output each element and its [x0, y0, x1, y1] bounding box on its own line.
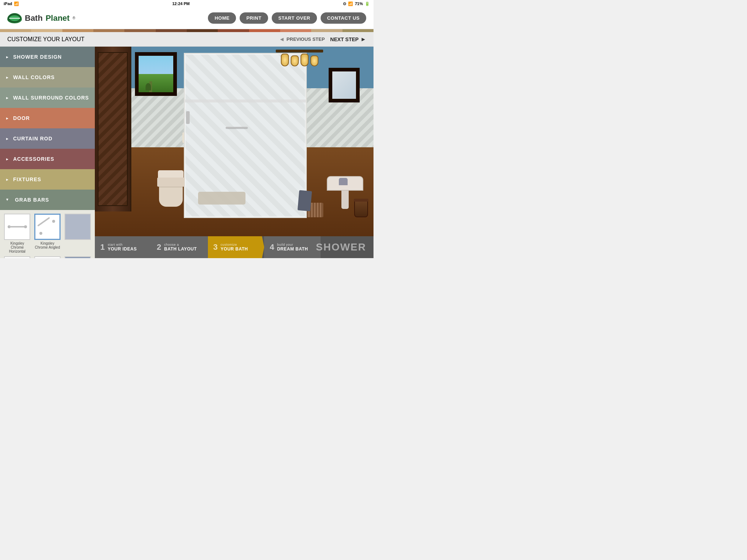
step-1-text: start with YOUR IDEAS [108, 243, 137, 252]
time-display: 12:24 PM [172, 1, 190, 6]
grab-bar-item-oil-rubbed-1[interactable]: Oil Rubbed [4, 256, 31, 258]
next-step-label: NEXT STEP [330, 36, 359, 42]
sidebar-arrow-grab-bars: ► [5, 198, 9, 202]
sidebar-item-door[interactable]: ► DOOR [0, 108, 95, 128]
step-3-number: 3 [213, 242, 218, 252]
step-1-large: YOUR IDEAS [108, 246, 137, 252]
print-button[interactable]: PRINT [240, 12, 268, 24]
svg-point-8 [52, 220, 55, 223]
next-step-button[interactable]: NEXT STEP ► [330, 36, 366, 43]
grab-bar-swatch-color-2 [65, 256, 91, 258]
step-4-large: DREAM BATH [277, 246, 308, 252]
step-2-large: BATH LAYOUT [164, 246, 197, 252]
grab-bars-grid: KingsleyChromeHorizontal KingsleyChrome … [4, 214, 91, 258]
progress-step-3[interactable]: 3 customize YOUR BATH [208, 236, 264, 258]
artwork-frame [135, 52, 177, 96]
progress-step-4[interactable]: 4 build your DREAM BATH [264, 236, 321, 258]
progress-step-1[interactable]: 1 start with YOUR IDEAS [95, 236, 151, 258]
grab-bar-label-kingsley-h: KingsleyChromeHorizontal [9, 241, 26, 253]
logo-text: Bath [25, 13, 43, 23]
bluetooth-icon: 📶 [348, 1, 353, 6]
grab-bar-item-kingsley-chrome-h[interactable]: KingsleyChromeHorizontal [4, 214, 31, 253]
progress-bar: 1 start with YOUR IDEAS 2 choose a BATH … [95, 236, 374, 258]
sidebar-item-accessories[interactable]: ► ACCESSORIES [0, 149, 95, 169]
battery-level: 71% [355, 1, 363, 6]
dark-towels [297, 190, 312, 211]
light-fixture [276, 50, 323, 70]
grab-bar-swatch-oil-1 [4, 256, 30, 258]
grab-bar-item-oil-rubbed-2[interactable]: Oil Rubbed [34, 256, 61, 258]
logo-area: BathPlanet® [7, 13, 75, 23]
svg-point-6 [39, 232, 42, 235]
sidebar-arrow-accessories: ► [5, 157, 9, 161]
sidebar-arrow-door: ► [5, 116, 9, 120]
grab-bar-swatch-kingsley-a [34, 214, 61, 240]
main-content: ► SHOWER DESIGN ► WALL COLORS ► WALL SUR… [0, 47, 374, 258]
mirror [329, 68, 360, 102]
sidebar-item-shower-design[interactable]: ► SHOWER DESIGN [0, 47, 95, 67]
step-2-small: choose a [164, 243, 197, 246]
grab-bar-label-kingsley-a: KingsleyChrome Angled [35, 241, 60, 249]
sub-header: CUSTOMIZE YOUR LAYOUT ◄ PREVIOUS STEP NE… [0, 32, 374, 47]
nav-buttons: HOME PRINT START OVER CONTACT US [208, 12, 366, 24]
registered-mark: ® [73, 16, 75, 20]
step-2-number: 2 [157, 242, 161, 252]
sidebar-label-fixtures: FIXTURES [13, 176, 41, 182]
grab-bars-section: KingsleyChromeHorizontal KingsleyChrome … [0, 210, 95, 258]
battery-icon: 🔋 [365, 1, 370, 6]
progress-step-2[interactable]: 2 choose a BATH LAYOUT [151, 236, 208, 258]
sidebar-label-door: DOOR [13, 115, 30, 121]
toilet [156, 170, 185, 207]
color-strip [0, 29, 374, 32]
step-1-number: 1 [100, 242, 105, 252]
logo-icon [7, 13, 22, 23]
shower-label: SHOWER [321, 236, 374, 258]
sidebar-label-surround: WALL SURROUND COLORS [13, 95, 89, 101]
step-3-large: YOUR BATH [221, 246, 248, 252]
sidebar-arrow-shower: ► [5, 55, 9, 59]
step-4-text: build your DREAM BATH [277, 243, 308, 252]
trash-can [354, 200, 368, 217]
grab-bar-swatch-oil-2 [34, 256, 61, 258]
step-3-small: customize [221, 243, 248, 246]
contact-us-button[interactable]: CONTACT US [321, 12, 366, 24]
logo-text-2: Planet [46, 13, 70, 23]
next-arrow-icon: ► [360, 36, 366, 43]
step-1-small: start with [108, 243, 137, 246]
grab-bar-color-swatch-2[interactable] [64, 256, 91, 258]
step-3-text: customize YOUR BATH [221, 243, 248, 252]
sidebar-arrow-wall: ► [5, 75, 9, 79]
wifi-icon: 📶 [14, 1, 19, 6]
grab-bar-shower [226, 127, 248, 128]
home-button[interactable]: HOME [208, 12, 236, 24]
sidebar-item-curtain-rod[interactable]: ► CURTAIN ROD [0, 128, 95, 149]
sidebar-item-grab-bars[interactable]: ► GRAB BARS [0, 190, 95, 210]
sidebar-label-wall: WALL COLORS [13, 74, 55, 80]
prev-arrow-icon: ◄ [279, 36, 285, 43]
bathroom-scene [95, 47, 374, 258]
prev-step-button[interactable]: ◄ PREVIOUS STEP [279, 36, 325, 43]
status-bar: iPad 📶 12:24 PM ⊙ 📶 71% 🔋 [0, 0, 374, 7]
svg-rect-4 [9, 226, 26, 228]
sidebar-item-wall-colors[interactable]: ► WALL COLORS [0, 67, 95, 88]
airplay-icon: ⊙ [343, 1, 346, 6]
bathroom-view: 1 start with YOUR IDEAS 2 choose a BATH … [95, 47, 374, 258]
sidebar-item-fixtures[interactable]: ► FIXTURES [0, 169, 95, 190]
header: BathPlanet® HOME PRINT START OVER CONTAC… [0, 7, 374, 29]
sidebar-label-curtain: CURTAIN ROD [13, 136, 53, 141]
step-4-small: build your [277, 243, 308, 246]
wardrobe-cabinet [95, 47, 131, 211]
grab-bar-swatch-kingsley-h [4, 214, 30, 240]
step-4-number: 4 [270, 242, 274, 252]
bath-mat [198, 192, 245, 205]
sidebar-label-accessories: ACCESSORIES [13, 156, 54, 162]
sidebar-label-grab-bars: GRAB BARS [15, 197, 49, 203]
grab-bar-color-swatch-1[interactable] [64, 214, 91, 253]
step-2-text: choose a BATH LAYOUT [164, 243, 197, 252]
sidebar: ► SHOWER DESIGN ► WALL COLORS ► WALL SUR… [0, 47, 95, 258]
sidebar-item-wall-surround[interactable]: ► WALL SURROUND COLORS [0, 88, 95, 108]
sidebar-label-shower: SHOWER DESIGN [13, 54, 62, 60]
grab-bar-item-kingsley-chrome-a[interactable]: KingsleyChrome Angled [34, 214, 61, 253]
start-over-button[interactable]: START OVER [272, 12, 317, 24]
prev-step-label: PREVIOUS STEP [287, 36, 325, 42]
